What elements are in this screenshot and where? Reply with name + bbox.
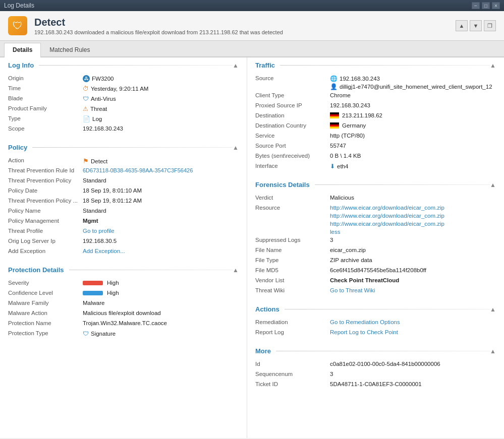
field-type: Type 📄 Log [8,114,239,124]
globe-icon: 🌐 [330,75,338,82]
threat-profile-link[interactable]: Go to profile [83,228,239,234]
ticket-id-value: 5DA48711-1-C0A81EF3-C0000001 [330,381,496,387]
field-severity: Severity High [8,279,239,289]
close-button[interactable]: × [492,2,500,9]
protection-type-label: Protection Type [8,330,83,336]
next-button[interactable]: ▼ [470,20,482,31]
protection-section: Protection Details ▲ Severity High Confi… [0,262,247,341]
proxied-source-label: Proxied Source IP [255,102,330,108]
field-id: Id c0a81e02-0100-00c0-5da4-841b00000006 [255,360,496,370]
log-info-divider [39,65,233,66]
file-name-value: eicar_com.zip [330,247,496,253]
file-type-value: ZIP archive data [330,257,496,263]
policy-mgmt-value: Mgmt [83,218,239,224]
confidence-label: Confidence Level [8,290,83,296]
add-exception-label: Add Exception [8,248,83,254]
field-malware-action: Malware Action Malicious file/exploit do… [8,309,239,319]
malware-action-label: Malware Action [8,310,83,316]
field-interface: Interface ⬇ eth4 [255,162,496,172]
orig-log-server-value: 192.168.30.5 [83,238,239,244]
resource-link-1[interactable]: http://www.eicar.org/download/eicar_com.… [330,205,444,211]
actions-title: Actions [255,305,279,313]
forensics-section: Forensics Details ▲ Verdict Malicious Re… [247,177,504,298]
field-malware-family: Malware Family Malware [8,299,239,309]
origin-value: 🖧 FW3200 [83,75,239,82]
policy-date-value: 18 Sep 19, 8:01:10 AM [83,187,239,194]
resource-link-2[interactable]: http://www.eicar.org/download/eicar_com.… [330,213,444,219]
actions-collapse[interactable]: ▲ [490,306,496,313]
prev-button[interactable]: ▲ [456,20,468,31]
confidence-value: High [83,290,239,296]
blade-value: 🛡 Anti-Virus [83,95,239,102]
field-destination: Destination 213.211.198.62 [255,111,496,121]
file-md5-value: 6ce6f415d8475545be5ba114f208b0ff [330,267,496,273]
forensics-collapse[interactable]: ▲ [490,181,496,189]
source-port-value: 55747 [330,143,496,149]
vendor-list-label: Vendor List [255,277,330,283]
destination-label: Destination [255,112,330,118]
resource-link-3[interactable]: http://www.eicar.org/download/eicar_com.… [330,221,444,227]
product-family-value: ⚠ Threat [83,105,239,112]
file-type-label: File Type [255,257,330,263]
threat-rule-id-label: Threat Prevention Rule Id [8,167,83,173]
field-source-port: Source Port 55747 [255,142,496,152]
more-collapse[interactable]: ▲ [490,348,496,355]
service-label: Service [255,133,330,139]
flag-de-country-icon [330,122,339,129]
threat-wiki-link[interactable]: Go to Threat Wiki [330,287,496,293]
resource-label: Resource [255,205,330,211]
more-divider [276,351,490,351]
more-section: More ▲ Id c0a81e02-0100-00c0-5da4-841b00… [247,343,504,392]
copy-button[interactable]: ❐ [484,20,496,31]
scope-label: Scope [8,126,83,132]
signature-icon: 🛡 [83,330,89,337]
forensics-header: Forensics Details ▲ [255,181,496,191]
suppressed-logs-value: 3 [330,237,496,243]
remediation-link[interactable]: Go to Remediation Options [330,319,496,325]
policy-collapse[interactable]: ▲ [233,144,239,151]
minimize-button[interactable]: − [472,2,480,9]
policy-name-value: Standard [83,208,239,214]
blade-icon: 🛡 [83,95,89,102]
field-threat-policy: Threat Prevention Policy Standard [8,176,239,186]
less-link[interactable]: less [330,229,340,235]
title-bar-label: Log Details [4,2,34,9]
actions-section: Actions ▲ Remediation Go to Remediation … [247,301,504,340]
threat-policy-value: Standard [83,177,239,183]
field-scope: Scope 192.168.30.243 [8,124,239,135]
type-value: 📄 Log [83,115,239,122]
header-title: Detect [34,17,449,28]
policy-date-label: Policy Date [8,187,83,194]
threat-rule-id-link[interactable]: 6D673118-0B38-4635-98AA-3547C3F56426 [83,167,193,173]
add-exception-link[interactable]: Add Exception... [83,248,239,254]
actions-header: Actions ▲ [255,305,496,315]
policy-title: Policy [8,144,27,151]
field-orig-log-server: Orig Log Server Ip 192.168.30.5 [8,237,239,247]
traffic-header: Traffic ▲ [255,61,496,71]
protection-title: Protection Details [8,266,64,274]
proxied-source-value: 192.168.30.243 [330,102,496,108]
flag-de-icon [330,112,339,118]
report-log-link[interactable]: Report Log to Check Point [330,329,496,335]
traffic-collapse[interactable]: ▲ [490,62,496,69]
dest-country-value: Germany [330,122,496,129]
protection-header: Protection Details ▲ [8,266,239,276]
log-info-collapse[interactable]: ▲ [233,62,239,69]
field-threat-rule-id: Threat Prevention Rule Id 6D673118-0B38-… [8,166,239,176]
main-content: Log Info ▲ Origin 🖧 FW3200 Time ⏱ Yester… [0,57,504,438]
threat-policy-date-value: 18 Sep 19, 8:01:12 AM [83,198,239,204]
log-info-title: Log Info [8,61,34,69]
protection-collapse[interactable]: ▲ [233,267,239,274]
dest-country-label: Destination Country [255,122,330,129]
tab-matched-rules[interactable]: Matched Rules [41,43,98,56]
field-service: Service http (TCP/80) [255,132,496,142]
threat-profile-label: Threat Profile [8,228,83,234]
field-add-exception: Add Exception Add Exception... [8,247,239,257]
field-policy-mgmt: Policy Management Mgmt [8,217,239,227]
more-title: More [255,347,271,355]
tab-details[interactable]: Details [4,43,41,57]
maximize-button[interactable]: □ [482,2,490,9]
protection-divider [69,270,233,270]
left-panel: Log Info ▲ Origin 🖧 FW3200 Time ⏱ Yester… [0,57,247,438]
scope-value: 192.168.30.243 [83,126,239,132]
